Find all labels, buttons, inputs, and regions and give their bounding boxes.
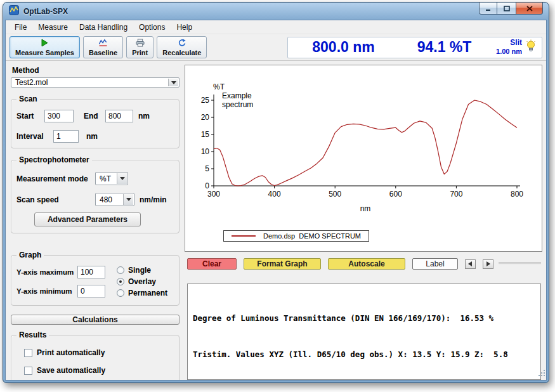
results-line: Tristim. Values XYZ (Ill. D65/10 deg obs… [193,348,535,360]
chart-legend: Demo.dsp DEMO SPECTRUM [223,230,369,242]
recalculate-button[interactable]: Recalculate [157,36,207,58]
svg-text:15: 15 [201,130,210,139]
spectrum-chart-panel: 0510152025300400500600700800%TnmExamples… [185,65,542,252]
radio-single-label: Single [128,266,151,275]
scan-start-label: Start [16,112,44,121]
calculations-button[interactable]: Calculations [11,315,180,325]
scan-group-title: Scan [16,95,40,103]
legend-line-swatch [232,235,256,237]
advanced-parameters-button[interactable]: Advanced Parameters [34,212,141,226]
triangle-left-icon [468,261,473,266]
scan-speed-combo[interactable]: 480 [95,193,134,206]
radio-overlay[interactable]: Overlay [117,277,167,286]
spectrum-plot-host[interactable]: 0510152025300400500600700800%TnmExamples… [190,69,539,228]
play-icon [40,39,49,48]
chevron-down-icon[interactable] [168,79,178,86]
menu-options[interactable]: Options [133,21,171,34]
radio-permanent-label: Permanent [128,289,167,297]
radio-icon [117,266,124,274]
chevron-down-icon[interactable] [117,173,127,184]
recalculate-label: Recalculate [162,49,201,56]
menu-file[interactable]: File [9,21,32,34]
radio-icon [117,289,124,297]
scroll-left-button[interactable] [465,259,476,269]
measure-samples-label: Measure Samples [15,49,74,56]
baseline-label: Baseline [89,49,117,56]
scan-interval-unit: nm [86,132,98,141]
print-automatically-checkbox[interactable]: Print automatically [24,348,174,357]
scan-end-input[interactable] [105,110,133,122]
spectrum-plot: 0510152025300400500600700800%TnmExamples… [190,69,536,228]
clear-button[interactable]: Clear [187,258,237,270]
method-combo[interactable]: Test2.mol [11,77,180,88]
save-automatically-label: Save automatically [37,366,105,375]
y-axis-maximum-label: Y-axis maximum [16,268,77,276]
menu-measure[interactable]: Measure [32,21,74,34]
save-automatically-checkbox[interactable]: Save automatically [24,366,174,375]
scan-speed-value: 480 [100,195,112,204]
titlebar[interactable]: OptLab-SPX [3,3,549,20]
results-line: Degree of Luminous Transmittance (DIN EN… [193,312,535,324]
slit-readout: Slit 1.00 nm [496,39,522,55]
label-position-slider[interactable] [499,263,541,265]
print-label: Print [132,49,148,56]
scroll-right-button[interactable] [483,259,493,269]
scan-interval-input[interactable] [53,130,79,143]
close-button[interactable] [516,3,543,15]
label-button[interactable]: Label [412,258,458,270]
maximize-button[interactable] [497,3,516,15]
resize-grip[interactable] [537,368,545,379]
autoscale-button[interactable]: Autoscale [328,258,405,270]
app-icon [9,5,19,18]
y-axis-maximum-input[interactable] [77,266,105,278]
recalculate-icon [178,39,186,48]
main-content: Method Test2.mol Scan Start End nm [6,61,546,380]
svg-text:25: 25 [201,96,210,105]
minimize-button[interactable] [479,3,497,15]
radio-single[interactable]: Single [117,266,167,275]
svg-text:300: 300 [207,190,220,199]
spectrophotometer-group-title: Spectrophotometer [16,155,92,164]
app-window: OptLab-SPX File Measure Data Handling Op… [3,2,549,383]
results-group-title: Results [16,330,49,339]
maximize-icon [504,6,510,11]
toolbar: Measure Samples Baseline Print Recalcula… [6,34,546,61]
method-label: Method [12,66,180,75]
graph-group-title: Graph [16,251,44,259]
y-axis-minimum-label: Y-axis minimum [16,287,77,295]
minimize-icon [485,6,492,11]
y-axis-minimum-input[interactable] [77,285,105,297]
format-graph-button[interactable]: Format Graph [244,258,321,270]
lamp-icon [525,39,537,55]
print-button[interactable]: Print [126,36,153,58]
slit-label: Slit [496,39,522,48]
chart-controls: Clear Format Graph Autoscale Label [187,258,541,270]
chevron-down-icon[interactable] [123,194,133,205]
measure-samples-button[interactable]: Measure Samples [10,36,80,58]
svg-text:800: 800 [511,190,523,199]
svg-text:nm: nm [360,204,371,213]
radio-icon [117,278,124,285]
window-title: OptLab-SPX [23,7,68,16]
transmittance-readout: 94.1 %T [394,39,495,56]
scan-start-input[interactable] [44,110,74,122]
menu-data-handling[interactable]: Data Handling [74,21,133,34]
scan-end-label: End [84,112,105,121]
client-area: File Measure Data Handling Options Help … [5,20,547,381]
menu-help[interactable]: Help [171,21,198,34]
baseline-button[interactable]: Baseline [83,36,123,58]
svg-text:5: 5 [205,164,209,173]
graph-group: Graph Y-axis maximum Y-axis minimum [11,255,180,306]
svg-text:400: 400 [268,190,281,199]
results-output[interactable]: Degree of Luminous Transmittance (DIN EN… [187,284,541,380]
radio-overlay-label: Overlay [128,277,156,286]
scan-end-unit: nm [138,112,150,121]
slit-value: 1.00 nm [496,48,522,56]
scan-interval-label: Interval [16,132,53,141]
radio-permanent[interactable]: Permanent [117,289,167,297]
measurement-mode-combo[interactable]: %T [95,172,128,185]
menubar: File Measure Data Handling Options Help [6,20,546,34]
measurement-mode-value: %T [100,174,111,183]
svg-text:10: 10 [201,147,210,156]
close-icon [526,6,533,11]
